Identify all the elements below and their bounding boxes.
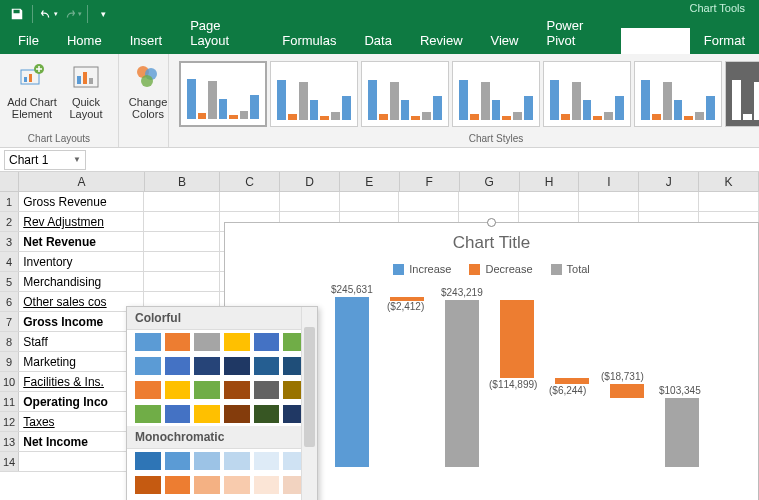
cell[interactable] <box>579 192 639 211</box>
cell[interactable] <box>519 192 579 211</box>
name-box[interactable]: Chart 1 ▼ <box>4 150 86 170</box>
legend-decrease: Decrease <box>485 263 532 275</box>
column-header[interactable]: I <box>579 172 639 191</box>
tab-format[interactable]: Format <box>690 28 759 54</box>
row-header[interactable]: 3 <box>0 232 19 251</box>
row-header[interactable]: 5 <box>0 272 19 291</box>
tab-power-pivot[interactable]: Power Pivot <box>532 13 621 54</box>
tab-data[interactable]: Data <box>350 28 405 54</box>
tab-review[interactable]: Review <box>406 28 477 54</box>
bar-increase[interactable] <box>335 297 369 467</box>
cell[interactable]: Rev Adjustmen <box>19 212 144 231</box>
bar-total[interactable] <box>665 398 699 467</box>
column-header[interactable]: E <box>340 172 400 191</box>
column-header[interactable]: B <box>145 172 220 191</box>
cell[interactable] <box>144 192 219 211</box>
color-swatch <box>254 452 280 470</box>
cell[interactable] <box>639 192 699 211</box>
bar-decrease[interactable] <box>610 384 644 398</box>
column-header[interactable]: F <box>400 172 460 191</box>
cell[interactable] <box>144 272 219 291</box>
row-header[interactable]: 9 <box>0 352 19 371</box>
column-header[interactable]: A <box>19 172 145 191</box>
color-scheme-option[interactable] <box>127 330 317 354</box>
color-swatch <box>165 357 191 375</box>
cell[interactable]: Inventory <box>19 252 144 271</box>
name-box-value: Chart 1 <box>9 153 48 167</box>
cell[interactable] <box>340 192 400 211</box>
column-header[interactable]: J <box>639 172 699 191</box>
chart-title[interactable]: Chart Title <box>225 233 758 253</box>
chevron-down-icon[interactable]: ▼ <box>73 155 81 164</box>
chart-style-thumb[interactable] <box>270 61 358 127</box>
row-header[interactable]: 12 <box>0 412 19 431</box>
row-header[interactable]: 4 <box>0 252 19 271</box>
row-header[interactable]: 10 <box>0 372 19 391</box>
row-header[interactable]: 14 <box>0 452 19 471</box>
chart-style-thumb[interactable] <box>452 61 540 127</box>
color-swatch <box>224 381 250 399</box>
column-header[interactable]: G <box>460 172 520 191</box>
cell[interactable]: Net Revenue <box>19 232 144 251</box>
color-scheme-option[interactable] <box>127 378 317 402</box>
chart-resize-handle[interactable] <box>487 218 496 227</box>
add-chart-element-button[interactable]: Add Chart Element <box>6 58 58 120</box>
chart-style-thumb[interactable] <box>725 61 759 127</box>
cell[interactable]: Gross Revenue <box>19 192 144 211</box>
chart-style-thumb[interactable] <box>634 61 722 127</box>
change-colors-icon <box>132 61 164 93</box>
color-scheme-option[interactable] <box>127 354 317 378</box>
row-header[interactable]: 1 <box>0 192 19 211</box>
qat-customize-icon[interactable]: ▾ <box>92 3 114 25</box>
cell[interactable] <box>399 192 459 211</box>
color-swatch <box>135 357 161 375</box>
save-icon[interactable] <box>6 3 28 25</box>
tab-home[interactable]: Home <box>53 28 116 54</box>
row-header[interactable]: 8 <box>0 332 19 351</box>
color-scheme-option[interactable] <box>127 402 317 426</box>
tab-design[interactable]: Design <box>621 28 689 54</box>
chart-style-thumb[interactable] <box>361 61 449 127</box>
chart-style-thumb[interactable] <box>179 61 267 127</box>
tab-insert[interactable]: Insert <box>116 28 177 54</box>
quick-layout-button[interactable]: Quick Layout <box>60 58 112 120</box>
column-header[interactable]: C <box>220 172 280 191</box>
bar-decrease[interactable] <box>500 300 534 378</box>
chart-legend[interactable]: Increase Decrease Total <box>225 263 758 275</box>
svg-rect-7 <box>89 78 93 84</box>
chart-styles-gallery[interactable] <box>175 58 759 133</box>
cell[interactable] <box>280 192 340 211</box>
cell[interactable]: Merchandising <box>19 272 144 291</box>
row-header[interactable]: 13 <box>0 432 19 451</box>
column-header[interactable]: H <box>520 172 580 191</box>
row-header[interactable]: 7 <box>0 312 19 331</box>
popup-scrollbar[interactable] <box>301 307 317 500</box>
cell[interactable] <box>459 192 519 211</box>
row-header[interactable]: 2 <box>0 212 19 231</box>
row-header[interactable]: 11 <box>0 392 19 411</box>
cell[interactable] <box>144 252 219 271</box>
color-swatch <box>194 357 220 375</box>
color-scheme-option[interactable] <box>127 449 317 473</box>
bar-decrease[interactable] <box>555 378 589 384</box>
change-colors-button[interactable]: Change Colors <box>125 58 171 120</box>
tab-page-layout[interactable]: Page Layout <box>176 13 268 54</box>
bar-total[interactable] <box>445 300 479 467</box>
column-header[interactable]: K <box>699 172 759 191</box>
cell[interactable] <box>144 212 219 231</box>
monochromatic-header: Monochromatic <box>127 426 317 449</box>
cell[interactable] <box>144 232 219 251</box>
quick-layout-icon <box>70 61 102 93</box>
cell[interactable] <box>220 192 280 211</box>
cell[interactable] <box>699 192 759 211</box>
column-header[interactable]: D <box>280 172 340 191</box>
svg-rect-6 <box>83 72 87 84</box>
chart-style-thumb[interactable] <box>543 61 631 127</box>
tab-file[interactable]: File <box>4 28 53 54</box>
color-scheme-option[interactable] <box>127 473 317 497</box>
undo-icon[interactable]: ▾ <box>37 3 59 25</box>
row-header[interactable]: 6 <box>0 292 19 311</box>
scrollbar-thumb[interactable] <box>304 327 315 447</box>
tab-formulas[interactable]: Formulas <box>268 28 350 54</box>
tab-view[interactable]: View <box>477 28 533 54</box>
